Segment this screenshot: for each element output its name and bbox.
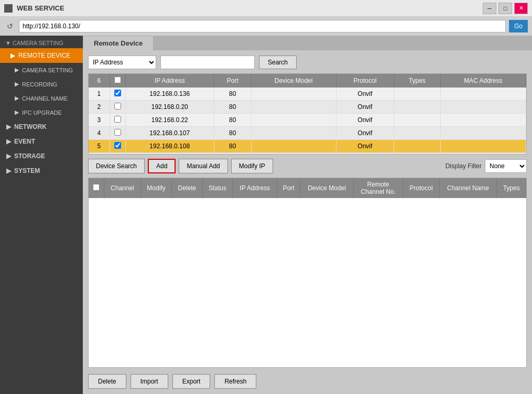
- ch-col-port: Port: [277, 178, 300, 198]
- sidebar-camera-setting-header[interactable]: ▼ CAMERA SETTING: [0, 36, 83, 48]
- window-controls: ─ □ ✕: [483, 3, 528, 14]
- row-checkbox[interactable]: [114, 116, 121, 123]
- address-input[interactable]: [19, 20, 506, 32]
- sidebar-item-network[interactable]: ▶ NETWORK: [0, 119, 83, 134]
- row-mac: [440, 87, 526, 101]
- ch-col-ch-name: Channel Name: [439, 178, 497, 198]
- device-search-button[interactable]: Device Search: [88, 159, 145, 173]
- tab-remote-device[interactable]: Remote Device: [83, 36, 154, 50]
- search-text-input[interactable]: [160, 56, 255, 69]
- row-port: 80: [214, 101, 251, 114]
- minimize-button[interactable]: ─: [483, 3, 496, 14]
- row-protocol: Onvif: [336, 114, 394, 127]
- row-ip: 192.168.0.22: [125, 114, 214, 127]
- titlebar: WEB SERVICE ─ □ ✕: [0, 0, 532, 17]
- export-button[interactable]: Export: [172, 374, 211, 389]
- row-checkbox[interactable]: [114, 142, 121, 149]
- row-types: [394, 114, 441, 127]
- row-protocol: Onvif: [336, 127, 394, 140]
- sidebar-item-event[interactable]: ▶ EVENT: [0, 134, 83, 149]
- device-table: 6 IP Address Port Device Model Protocol …: [89, 74, 526, 155]
- row-num: 1: [89, 87, 110, 101]
- row-ip: 192.168.0.107: [125, 127, 214, 140]
- row-ip: 192.168.0.108: [125, 140, 214, 153]
- row-protocol: Onvif: [336, 101, 394, 114]
- delete-button[interactable]: Delete: [88, 374, 126, 389]
- row-port: 80: [214, 140, 251, 153]
- row-model: [251, 153, 336, 155]
- row-checkbox-cell[interactable]: [110, 101, 125, 114]
- row-model: [251, 101, 336, 114]
- restore-button[interactable]: □: [498, 3, 512, 14]
- search-type-dropdown[interactable]: IP Address Device Model MAC Address: [88, 56, 156, 69]
- display-filter-label: Display Filter: [446, 162, 482, 170]
- refresh-browser-button[interactable]: ↺: [4, 20, 16, 32]
- refresh-button[interactable]: Refresh: [214, 374, 256, 389]
- sidebar-item-recording[interactable]: ▶ RECORDING: [0, 77, 83, 91]
- row-checkbox-cell[interactable]: [110, 87, 125, 101]
- table-row: 2 192.168.0.20 80 Onvif: [89, 101, 526, 114]
- ch-col-modify: Modify: [140, 178, 171, 198]
- go-button[interactable]: Go: [509, 20, 528, 32]
- row-types: [394, 153, 441, 155]
- col-num: 6: [89, 74, 110, 87]
- sidebar-item-channel-name[interactable]: ▶ CHANNEL NAME: [0, 91, 83, 105]
- row-types: [394, 127, 441, 140]
- addressbar: ↺ Go: [0, 17, 532, 36]
- sidebar-item-storage[interactable]: ▶ STORAGE: [0, 149, 83, 163]
- row-checkbox[interactable]: [114, 129, 121, 136]
- manual-add-button[interactable]: Manual Add: [179, 159, 227, 173]
- row-num: 3: [89, 114, 110, 127]
- search-row: IP Address Device Model MAC Address Sear…: [88, 56, 527, 69]
- row-checkbox-cell[interactable]: [110, 153, 125, 155]
- ch-select-all-checkbox[interactable]: [93, 184, 100, 191]
- row-checkbox-cell[interactable]: [110, 114, 125, 127]
- sidebar-item-camera-setting[interactable]: ▶ CAMERA SETTING: [0, 63, 83, 77]
- row-num: 6: [89, 153, 110, 155]
- col-ip: IP Address: [125, 74, 214, 87]
- sidebar-item-remote-device[interactable]: ▶ REMOTE DEVICE: [0, 48, 83, 63]
- sidebar-item-ipc-upgrade[interactable]: ▶ IPC UPGRADE: [0, 105, 83, 119]
- ch-col-remote-ch: RemoteChannel No.: [353, 178, 403, 198]
- close-button[interactable]: ✕: [514, 3, 528, 14]
- device-table-container: 6 IP Address Port Device Model Protocol …: [88, 73, 527, 155]
- row-port: 80: [214, 127, 251, 140]
- content-area: Remote Device IP Address Device Model MA…: [83, 36, 532, 394]
- row-protocol: Onvif: [336, 153, 394, 155]
- row-protocol: Onvif: [336, 140, 394, 153]
- row-checkbox[interactable]: [114, 103, 121, 110]
- row-checkbox-cell[interactable]: [110, 140, 125, 153]
- search-button[interactable]: Search: [259, 56, 297, 69]
- arrow-right-icon: ▶: [6, 123, 11, 130]
- ch-col-model: Device Model: [300, 178, 354, 198]
- sidebar-section-label: ▼ CAMERA SETTING: [5, 40, 63, 46]
- add-button[interactable]: Add: [148, 159, 176, 173]
- content-inner: IP Address Device Model MAC Address Sear…: [83, 50, 532, 394]
- bottom-row: Delete Import Export Refresh: [88, 374, 527, 389]
- arrow-icon: ▶: [10, 52, 15, 59]
- sidebar: ▼ CAMERA SETTING ▶ REMOTE DEVICE ▶ CAMER…: [0, 36, 83, 394]
- row-ip: 192.168.0.20: [125, 101, 214, 114]
- row-ip: 192.168.0.183: [125, 153, 214, 155]
- ch-col-check: [89, 178, 104, 198]
- modify-ip-button[interactable]: Modify IP: [231, 159, 273, 173]
- arrow-icon: ▶: [15, 109, 19, 116]
- table-row: 6 192.168.0.183 80 Onvif: [89, 153, 526, 155]
- channel-table: Channel Modify Delete Status IP Address …: [89, 178, 526, 198]
- row-checkbox-cell[interactable]: [110, 127, 125, 140]
- action-row: Device Search Add Manual Add Modify IP D…: [88, 159, 527, 173]
- row-port: 80: [214, 114, 251, 127]
- row-num: 5: [89, 140, 110, 153]
- row-model: [251, 87, 336, 101]
- display-filter-dropdown[interactable]: None All Added Not Added: [485, 159, 527, 173]
- row-checkbox[interactable]: [114, 90, 121, 96]
- row-num: 4: [89, 127, 110, 140]
- ch-col-delete: Delete: [172, 178, 203, 198]
- import-button[interactable]: Import: [131, 374, 168, 389]
- select-all-checkbox[interactable]: [114, 76, 121, 83]
- ch-col-status: Status: [202, 178, 233, 198]
- svg-rect-2: [5, 9, 8, 12]
- sidebar-item-system[interactable]: ▶ SYSTEM: [0, 163, 83, 178]
- svg-rect-1: [9, 5, 12, 8]
- row-mac: [440, 127, 526, 140]
